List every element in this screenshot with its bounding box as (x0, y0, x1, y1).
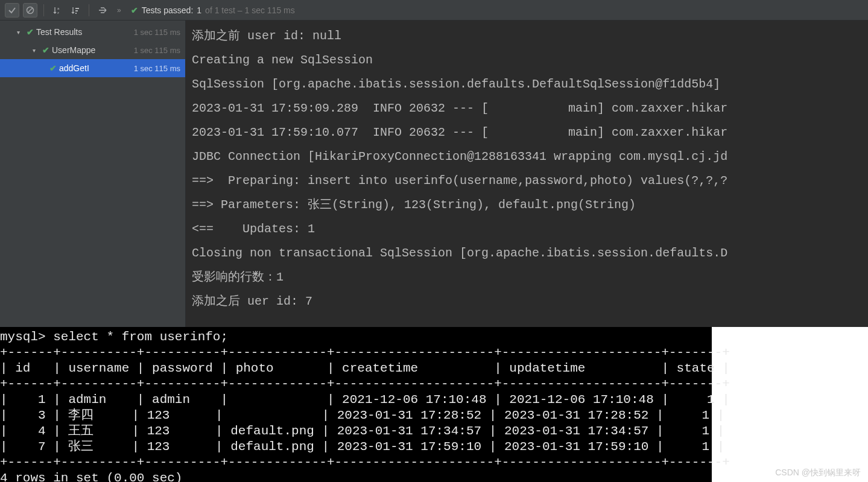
tree-root-test-results[interactable]: ▾ ✔ Test Results 1 sec 115 ms (0, 23, 185, 41)
more-chevron-icon[interactable]: » (117, 6, 121, 14)
svg-line-1 (28, 8, 33, 12)
show-ignored-toggle[interactable] (23, 3, 37, 17)
check-icon: ✔ (42, 45, 49, 55)
test-tree[interactable]: ▾ ✔ Test Results 1 sec 115 ms ▾ ✔ UserMa… (0, 21, 186, 327)
svg-text:z: z (57, 11, 59, 14)
ban-icon (26, 6, 34, 14)
expand-all-button[interactable] (95, 3, 110, 17)
separator (43, 4, 44, 16)
chevron-down-icon[interactable]: ▾ (17, 29, 24, 36)
test-toolbar: az » ✔ Tests passed: 1 of 1 test – 1 sec… (0, 0, 868, 21)
sort-duration-button[interactable] (68, 3, 83, 17)
svg-rect-4 (75, 8, 79, 9)
separator (89, 4, 89, 16)
check-icon: ✔ (49, 63, 57, 73)
sort-alpha-icon: az (52, 5, 62, 15)
sort-alpha-button[interactable]: az (50, 3, 65, 17)
show-passed-toggle[interactable] (5, 3, 19, 17)
chevron-down-icon[interactable]: ▾ (33, 47, 40, 54)
test-status-label: ✔ Tests passed: 1 of 1 test – 1 sec 115 … (131, 5, 295, 15)
tree-node-addget[interactable]: ✔ addGetI 1 sec 115 ms (0, 59, 185, 77)
check-icon: ✔ (131, 5, 138, 15)
expand-icon (98, 5, 107, 15)
check-icon: ✔ (27, 27, 34, 37)
check-icon (8, 6, 16, 14)
sort-duration-icon (71, 5, 80, 15)
svg-rect-5 (75, 10, 78, 11)
svg-text:a: a (57, 7, 60, 10)
watermark: CSDN @快到锅里来呀 (775, 468, 861, 478)
tree-node-usermapper[interactable]: ▾ ✔ UserMappe 1 sec 115 ms (0, 41, 185, 59)
ide-test-panel: az » ✔ Tests passed: 1 of 1 test – 1 sec… (0, 0, 868, 327)
console-output[interactable]: 添加之前 user id: null Creating a new SqlSes… (186, 21, 868, 327)
svg-rect-6 (75, 13, 77, 14)
mysql-terminal: mysql> select * from userinfo; +------+-… (0, 327, 712, 482)
